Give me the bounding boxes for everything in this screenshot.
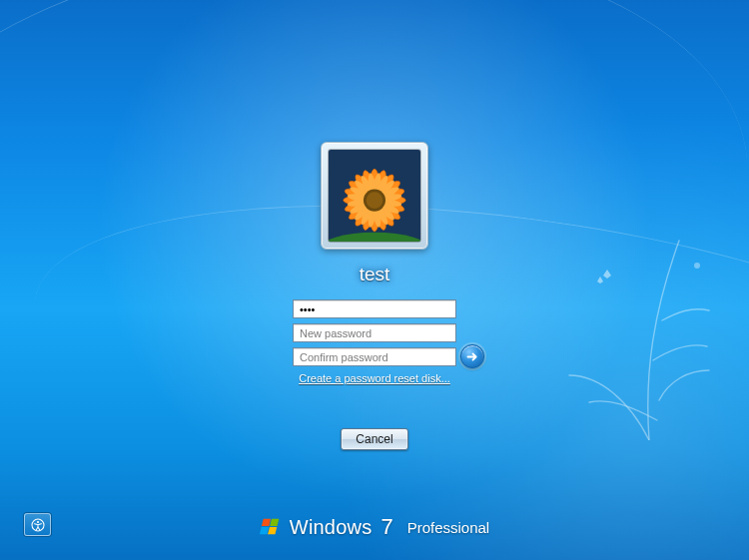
svg-rect-28 <box>270 519 279 526</box>
background-plant-decoration <box>559 221 719 440</box>
confirm-password-input[interactable] <box>293 347 456 366</box>
svg-point-23 <box>367 192 383 209</box>
user-avatar <box>321 142 428 250</box>
svg-rect-30 <box>268 527 277 534</box>
username-label: test <box>360 264 390 285</box>
ease-of-access-button[interactable] <box>24 513 51 536</box>
new-password-input[interactable] <box>293 323 456 342</box>
ease-of-access-icon <box>30 517 46 533</box>
arrow-right-icon <box>465 349 480 364</box>
old-password-input[interactable] <box>293 299 456 318</box>
svg-rect-29 <box>260 527 269 534</box>
cancel-button[interactable]: Cancel <box>341 428 407 450</box>
password-fields-group <box>293 299 456 366</box>
windows-brand: Windows7 Professional <box>260 514 489 540</box>
svg-point-26 <box>36 520 38 522</box>
brand-product: Windows <box>290 516 373 539</box>
submit-button[interactable] <box>460 344 484 368</box>
brand-version: 7 <box>380 514 392 540</box>
svg-point-0 <box>694 263 700 269</box>
windows-logo-icon <box>260 516 282 538</box>
flower-icon <box>329 150 420 242</box>
password-reset-disk-link[interactable]: Create a password reset disk... <box>299 372 450 384</box>
brand-edition: Professional <box>407 519 490 536</box>
svg-rect-27 <box>262 519 271 526</box>
